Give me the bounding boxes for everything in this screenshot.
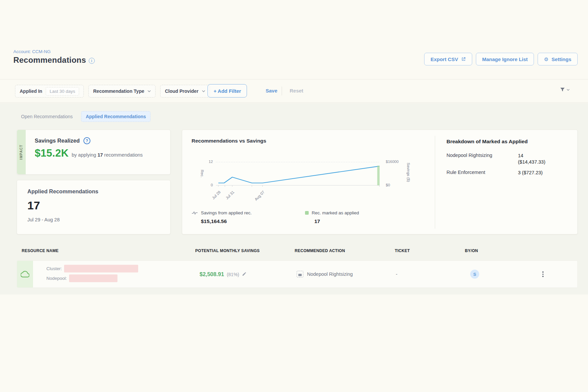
breakdown-row-label: Nodepool Rightsizing <box>447 153 518 165</box>
left-axis-tick-min: 0 <box>198 183 213 187</box>
legend-savings-value: $15,164.56 <box>201 218 252 224</box>
recommendations-vs-savings-card: Recommendations vs Savings 12 0 Rec. $16… <box>182 130 578 234</box>
help-icon[interactable]: ? <box>83 137 90 144</box>
chart-line-savings <box>218 166 379 183</box>
row-menu-button[interactable] <box>540 269 546 279</box>
recommended-action-cell: Nodepool Rightsizing <box>297 271 353 277</box>
nodepool-name-redacted <box>69 274 117 282</box>
chart-svg <box>216 162 379 187</box>
applied-card-title: Applied Recommendations <box>27 188 170 195</box>
left-axis-tick-max: 12 <box>198 160 213 164</box>
right-axis-tick-max: $16000 <box>386 160 406 164</box>
manage-ignore-list-button[interactable]: Manage Ignore List <box>476 53 534 65</box>
recommendations-page: Account: CCM-NG Recommendations i Export… <box>0 0 588 392</box>
info-icon[interactable]: i <box>89 58 95 64</box>
user-avatar: S <box>470 270 479 279</box>
cloud-icon <box>21 270 29 278</box>
filter-bar: Applied In Last 30 days Recommendation T… <box>0 79 588 103</box>
legend-item-applied: Rec. marked as applied 17 <box>305 210 359 224</box>
legend-applied-value: 17 <box>314 218 359 224</box>
resource-name-cell: Cluster: Nodepool: <box>46 264 138 282</box>
breakdown-row-value: 14 ($14,437.33) <box>518 153 551 165</box>
applied-recommendations-card: Applied Recommendations 17 Jul 29 - Aug … <box>17 180 171 234</box>
filter-chips: Applied In Last 30 days Recommendation T… <box>15 85 210 97</box>
cluster-name-redacted <box>64 265 138 272</box>
resource-type-cell <box>17 261 33 287</box>
column-header-resource-name: RESOURCE NAME <box>22 248 59 253</box>
save-filter-button[interactable]: Save <box>264 87 279 94</box>
settings-label: Settings <box>552 56 571 62</box>
divider <box>435 136 435 229</box>
breakdown-row: Rule Enforcement 3 ($727.23) <box>447 170 571 176</box>
breakdown-row-value: 3 ($727.23) <box>518 170 551 176</box>
edit-icon[interactable] <box>242 272 247 276</box>
line-series-icon <box>192 211 198 215</box>
external-link-icon <box>461 57 466 61</box>
legend-item-savings: Savings from applied rec. $15,164.56 <box>192 210 252 224</box>
column-header-by-on: BY/ON <box>465 248 478 253</box>
reset-filter-button: Reset <box>288 87 305 94</box>
chart-plot-area <box>216 162 379 187</box>
savings-realized-title: Savings Realized <box>35 138 80 144</box>
by-on-cell: S <box>470 270 479 279</box>
divider <box>282 86 282 95</box>
content-area: Open Recommendations Applied Recommendat… <box>0 103 588 295</box>
filter-chip-cloud-provider[interactable]: Cloud Provider <box>160 85 210 97</box>
potential-savings-cell: $2,508.91 (81%) <box>200 271 247 277</box>
cloud-provider-label: Cloud Provider <box>165 88 198 94</box>
nodepool-label: Nodepool: <box>46 276 67 281</box>
ticket-cell: - <box>396 271 397 277</box>
chart-bar-rec-applied <box>377 166 380 185</box>
tab-open-recommendations[interactable]: Open Recommendations <box>17 111 77 122</box>
x-axis-labels: Jul 28Jul 31Aug 07 <box>216 188 379 201</box>
savings-realized-count: 17 <box>97 152 103 158</box>
breakdown-title: Breakdown of Marked as Applied <box>447 139 571 145</box>
export-csv-label: Export CSV <box>430 56 458 62</box>
recommended-action-label: Nodepool Rightsizing <box>307 271 353 277</box>
impact-strip-label: IMPACT <box>20 145 23 160</box>
filter-chip-recommendation-type[interactable]: Recommendation Type <box>88 85 156 97</box>
nodepool-rightsizing-icon <box>297 271 303 277</box>
funnel-icon <box>560 87 565 92</box>
savings-realized-card: IMPACT Savings Realized ? $15.2K by appl… <box>17 130 171 175</box>
export-csv-button[interactable]: Export CSV <box>424 53 472 65</box>
legend-savings-label: Savings from applied rec. <box>201 210 252 215</box>
gear-icon: ⚙ <box>544 57 548 62</box>
add-filter-button[interactable]: + Add Filter <box>208 84 247 97</box>
settings-button[interactable]: ⚙ Settings <box>538 53 578 65</box>
breakdown-row-label: Rule Enforcement <box>447 170 518 176</box>
chevron-down-icon <box>148 90 151 92</box>
chevron-down-icon <box>567 89 570 91</box>
tab-applied-recommendations[interactable]: Applied Recommendations <box>81 111 151 122</box>
recommendation-tabs: Open Recommendations Applied Recommendat… <box>17 111 151 122</box>
column-header-recommended-action: RECOMMENDED ACTION <box>295 248 345 253</box>
chart-title: Recommendations vs Savings <box>192 138 266 144</box>
applied-in-label: Applied In <box>20 88 42 94</box>
table-row[interactable]: Cluster: Nodepool: $2,508.91 (81%) Nodep… <box>17 260 578 288</box>
manage-ignore-list-label: Manage Ignore List <box>482 56 528 62</box>
applied-in-value[interactable]: Last 30 days <box>46 87 79 95</box>
filter-chip-applied-in[interactable]: Applied In Last 30 days <box>15 85 84 97</box>
recommendation-type-label: Recommendation Type <box>93 88 144 94</box>
savings-percent: (81%) <box>227 272 239 277</box>
column-header-ticket: TICKET <box>395 248 410 253</box>
savings-realized-description: by applying 17 recommendations <box>72 152 143 158</box>
breakdown-row: Nodepool Rightsizing 14 ($14,437.33) <box>447 153 571 165</box>
bar-series-icon <box>305 211 309 215</box>
savings-realized-amount: $15.2K <box>35 147 69 159</box>
applied-card-date-range: Jul 29 - Aug 28 <box>27 217 170 222</box>
impact-strip: IMPACT <box>17 130 26 174</box>
applied-card-count: 17 <box>27 199 170 212</box>
page-title: Recommendations <box>13 55 86 65</box>
savings-amount: $2,508.91 <box>200 271 224 277</box>
filter-panel-toggle[interactable] <box>560 87 570 92</box>
header-actions: Export CSV Manage Ignore List ⚙ Settings <box>424 53 578 65</box>
legend-applied-label: Rec. marked as applied <box>312 210 359 215</box>
savings-realized-body: Savings Realized ? $15.2K by applying 17… <box>35 137 143 159</box>
breakdown-panel: Breakdown of Marked as Applied Nodepool … <box>447 139 571 180</box>
account-breadcrumb[interactable]: Account: CCM-NG <box>13 49 51 54</box>
page-header: Recommendations i <box>13 55 95 65</box>
chevron-down-icon <box>202 90 205 92</box>
column-header-potential-monthly-savings: POTENTIAL MONTHLY SAVINGS <box>195 248 260 253</box>
right-axis-tick-min: $0 <box>386 183 406 187</box>
